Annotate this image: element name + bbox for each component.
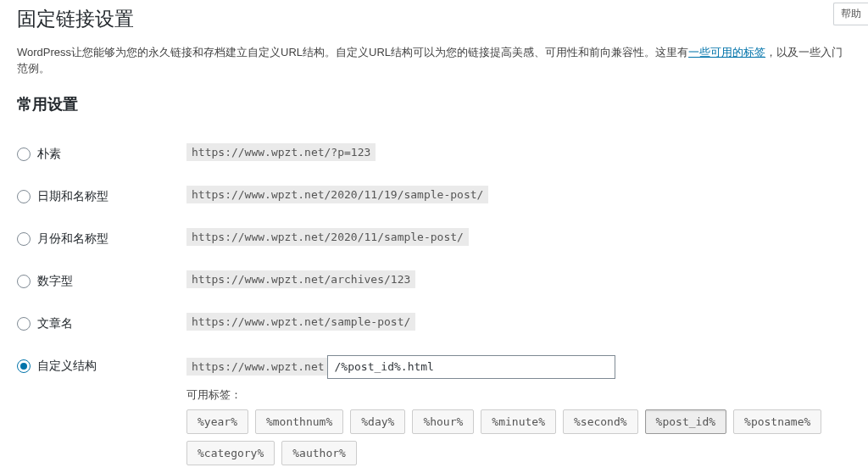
tag-button[interactable]: %day% — [350, 409, 405, 434]
option-day-name-label: 日期和名称型 — [37, 189, 108, 204]
tag-button[interactable]: %year% — [186, 409, 248, 434]
available-tags-label: 可用标签： — [186, 387, 843, 403]
radio-custom[interactable] — [17, 359, 31, 373]
option-day-name-url: https://www.wpzt.net/2020/11/19/sample-p… — [186, 186, 488, 203]
page-description: WordPress让您能够为您的永久链接和存档建立自定义URL结构。自定义URL… — [17, 44, 851, 77]
option-numeric-label: 数字型 — [37, 274, 73, 289]
tag-button[interactable]: %monthnum% — [255, 409, 343, 434]
tag-button[interactable]: %author% — [281, 441, 357, 465]
option-custom[interactable]: 自定义结构 — [17, 359, 178, 374]
help-button[interactable]: 帮助 — [833, 3, 868, 25]
option-month-name-label: 月份和名称型 — [37, 231, 108, 247]
tag-button[interactable]: %second% — [563, 409, 638, 434]
tag-button[interactable]: %post_id% — [645, 409, 726, 434]
radio-plain[interactable] — [17, 147, 31, 161]
tag-button[interactable]: %category% — [186, 441, 275, 465]
option-post-name-url: https://www.wpzt.net/sample-post/ — [186, 313, 415, 331]
option-month-name[interactable]: 月份和名称型 — [17, 231, 178, 247]
radio-numeric[interactable] — [17, 275, 31, 288]
description-text-before: WordPress让您能够为您的永久链接和存档建立自定义URL结构。自定义URL… — [17, 46, 688, 58]
option-plain-label: 朴素 — [37, 147, 61, 162]
option-plain-url: https://www.wpzt.net/?p=123 — [186, 143, 376, 161]
section-heading: 常用设置 — [17, 94, 851, 114]
tag-button[interactable]: %postname% — [733, 409, 821, 434]
radio-month-name[interactable] — [17, 232, 31, 246]
option-month-name-url: https://www.wpzt.net/2020/11/sample-post… — [186, 228, 469, 246]
tag-button[interactable]: %hour% — [412, 409, 474, 434]
radio-day-name[interactable] — [17, 190, 31, 203]
option-numeric-url: https://www.wpzt.net/archives/123 — [186, 270, 415, 288]
option-post-name[interactable]: 文章名 — [17, 316, 178, 331]
available-tags-link[interactable]: 一些可用的标签 — [688, 46, 765, 58]
custom-base-url: https://www.wpzt.net — [186, 358, 330, 376]
tag-buttons-container: %year%%monthnum%%day%%hour%%minute%%seco… — [186, 409, 843, 465]
option-day-name[interactable]: 日期和名称型 — [17, 189, 178, 204]
option-numeric[interactable]: 数字型 — [17, 274, 178, 289]
option-custom-label: 自定义结构 — [37, 359, 97, 374]
option-plain[interactable]: 朴素 — [17, 147, 178, 162]
option-post-name-label: 文章名 — [37, 316, 73, 331]
radio-post-name[interactable] — [17, 317, 31, 331]
custom-structure-input[interactable] — [327, 355, 615, 379]
page-title: 固定链接设置 — [17, 0, 851, 36]
tag-button[interactable]: %minute% — [481, 409, 556, 434]
